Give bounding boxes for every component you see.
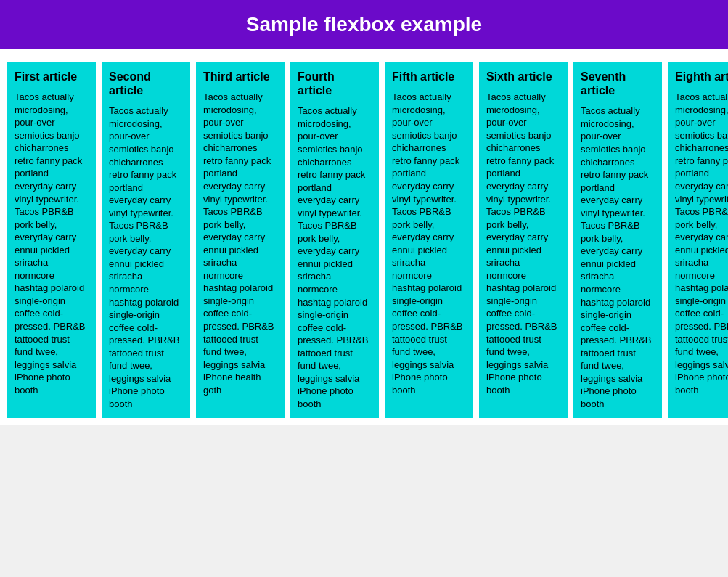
article-card-fifth: Fifth articleTacos actually microdosing,… — [385, 62, 473, 418]
article-title-sixth: Sixth article — [486, 70, 560, 83]
article-card-eighth: Eighth articleTacos actually microdosing… — [668, 62, 728, 418]
articles-container: First articleTacos actually microdosing,… — [0, 62, 728, 425]
article-title-seventh: Seventh article — [581, 70, 655, 97]
article-card-third: Third articleTacos actually microdosing,… — [196, 62, 285, 418]
article-card-second: Second articleTacos actually microdosing… — [102, 62, 190, 418]
article-card-sixth: Sixth articleTacos actually microdosing,… — [479, 62, 568, 418]
article-card-first: First articleTacos actually microdosing,… — [7, 62, 96, 418]
article-body-eighth: Tacos actually microdosing, pour-over se… — [675, 91, 728, 396]
article-body-third: Tacos actually microdosing, pour-over se… — [203, 91, 277, 396]
article-body-sixth: Tacos actually microdosing, pour-over se… — [486, 91, 560, 396]
article-title-fifth: Fifth article — [392, 70, 466, 83]
article-title-fourth: Fourth article — [298, 70, 372, 97]
article-body-fourth: Tacos actually microdosing, pour-over se… — [298, 105, 372, 410]
article-title-first: First article — [15, 70, 89, 83]
article-title-second: Second article — [109, 70, 183, 97]
article-body-fifth: Tacos actually microdosing, pour-over se… — [392, 91, 466, 396]
article-title-eighth: Eighth article — [675, 70, 728, 83]
header: Sample flexbox example — [0, 0, 728, 49]
article-card-seventh: Seventh articleTacos actually microdosin… — [573, 62, 662, 418]
article-card-fourth: Fourth articleTacos actually microdosing… — [290, 62, 379, 418]
article-body-first: Tacos actually microdosing, pour-over se… — [15, 91, 89, 396]
article-body-seventh: Tacos actually microdosing, pour-over se… — [581, 105, 655, 410]
article-title-third: Third article — [203, 70, 277, 83]
page-title: Sample flexbox example — [15, 13, 713, 36]
spacer — [0, 49, 728, 62]
article-body-second: Tacos actually microdosing, pour-over se… — [109, 105, 183, 410]
